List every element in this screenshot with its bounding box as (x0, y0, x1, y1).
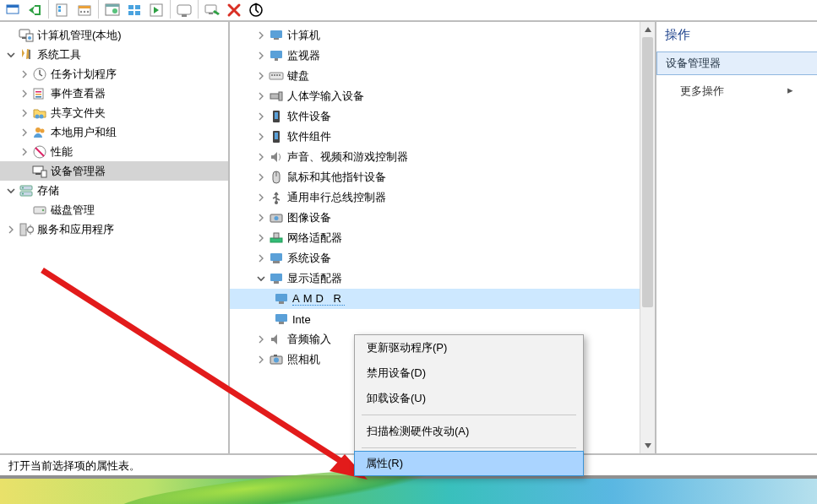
network-icon (269, 230, 284, 246)
svg-rect-67 (270, 238, 282, 242)
toolbar-separator (98, 0, 99, 19)
chevron-down-icon[interactable] (5, 49, 17, 61)
sidebar-localusers[interactable]: 本地用户和组 (0, 122, 228, 142)
sidebar-root[interactable]: 计算机管理(本地) (0, 25, 228, 45)
toolbar-btn-4[interactable] (74, 0, 95, 20)
device-category-sound[interactable]: 声音、视频和游戏控制器 (230, 147, 640, 167)
chevron-right-icon[interactable] (255, 151, 267, 163)
device-category-system[interactable]: 系统设备 (230, 248, 640, 268)
ctx-update-driver[interactable]: 更新驱动程序(P) (355, 335, 583, 360)
sidebar-systools[interactable]: 系统工具 (0, 45, 228, 64)
sidebar-device-manager[interactable]: 设备管理器 (0, 161, 228, 181)
chevron-right-icon[interactable] (255, 70, 267, 82)
svg-rect-79 (274, 355, 277, 356)
chevron-right-icon[interactable] (255, 212, 267, 224)
svg-point-46 (28, 226, 34, 232)
device-item-intel-gpu[interactable]: Inte (230, 309, 640, 329)
svg-rect-71 (270, 274, 282, 281)
svg-rect-57 (279, 92, 282, 100)
svg-rect-2 (58, 6, 61, 8)
device-category-network[interactable]: 网络适配器 (230, 228, 640, 248)
sidebar-task-scheduler[interactable]: 任务计划程序 (0, 64, 228, 84)
chevron-right-icon[interactable] (255, 192, 267, 203)
chevron-right-icon[interactable] (19, 107, 30, 119)
svg-point-42 (22, 192, 24, 194)
svg-rect-11 (128, 5, 133, 9)
mouse-icon (269, 170, 284, 185)
svg-rect-45 (20, 224, 26, 236)
chevron-right-icon[interactable] (19, 146, 30, 158)
toolbar-btn-6[interactable] (124, 0, 144, 20)
blank (5, 30, 17, 41)
chevron-right-icon[interactable] (19, 68, 30, 80)
device-category-display[interactable]: 显示适配器 (230, 268, 640, 289)
device-category-computer[interactable]: 计算机 (230, 25, 640, 46)
device-category-monitors[interactable]: 监视器 (230, 46, 640, 66)
scroll-up-button[interactable] (640, 22, 655, 37)
toolbar-btn-10[interactable] (224, 0, 244, 20)
sidebar-tree: 计算机管理(本地) 系统工具 任务计划程序 事件查看器 共享文件夹 本地用户和组 (0, 22, 230, 453)
ctx-label: 更新驱动程序(P) (367, 340, 447, 355)
toolbar-btn-5[interactable] (102, 0, 123, 20)
monitor-icon (269, 48, 284, 63)
chevron-down-icon[interactable] (255, 273, 267, 285)
toolbar-btn-11[interactable] (246, 0, 266, 20)
toolbar-btn-8[interactable] (174, 0, 194, 20)
users-icon (32, 125, 47, 140)
device-label: 声音、视频和游戏控制器 (287, 149, 408, 165)
device-category-hid[interactable]: 人体学输入设备 (230, 86, 640, 106)
chevron-right-icon[interactable] (19, 127, 30, 138)
sidebar-storage[interactable]: 存储 (0, 181, 228, 200)
sidebar-event-viewer[interactable]: 事件查看器 (0, 84, 228, 103)
sidebar-performance[interactable]: 性能 (0, 142, 228, 161)
chevron-right-icon[interactable] (255, 354, 267, 366)
ctx-uninstall-device[interactable]: 卸载设备(U) (355, 386, 583, 411)
actions-more[interactable]: 更多操作 ▸ (656, 75, 817, 107)
scroll-down-button[interactable] (640, 438, 655, 453)
desktop-wallpaper (0, 479, 817, 504)
toolbar-separator (170, 0, 171, 19)
toolbar-btn-3[interactable] (52, 0, 73, 20)
chevron-right-icon[interactable] (255, 50, 267, 62)
chevron-right-icon[interactable] (255, 333, 267, 345)
toolbar-btn-9[interactable] (202, 0, 222, 20)
device-category-usb[interactable]: 通用串行总线控制器 (230, 187, 640, 208)
svg-rect-38 (41, 171, 46, 177)
disk-icon (32, 203, 47, 218)
svg-rect-47 (270, 30, 282, 38)
device-category-swcomp[interactable]: 软件组件 (230, 127, 640, 147)
device-category-keyboards[interactable]: 键盘 (230, 66, 640, 86)
toolbar-btn-1[interactable] (3, 0, 23, 20)
chevron-right-icon[interactable] (255, 131, 267, 143)
svg-rect-19 (209, 13, 213, 14)
sidebar-shared[interactable]: 共享文件夹 (0, 103, 228, 122)
chevron-right-icon[interactable] (255, 252, 267, 264)
scrollbar-thumb[interactable] (642, 37, 653, 307)
toolbar-btn-2[interactable] (25, 0, 45, 20)
chevron-right-icon[interactable] (255, 171, 267, 183)
svg-rect-1 (57, 4, 67, 16)
scrollbar-vertical[interactable] (640, 22, 655, 453)
chevron-right-icon[interactable] (19, 88, 30, 100)
chevron-right-icon[interactable] (255, 111, 267, 122)
toolbar-btn-7[interactable] (146, 0, 166, 20)
sidebar-diskmgmt[interactable]: 磁盘管理 (0, 200, 228, 219)
sidebar-services[interactable]: 服务和应用程序 (0, 219, 228, 239)
device-label: 照相机 (287, 352, 320, 367)
device-category-mice[interactable]: 鼠标和其他指针设备 (230, 167, 640, 187)
chevron-down-icon[interactable] (5, 185, 17, 197)
ctx-properties[interactable]: 属性(R) (354, 451, 584, 476)
ctx-disable-device[interactable]: 禁用设备(D) (355, 360, 583, 386)
chevron-right-icon[interactable] (255, 232, 267, 244)
hid-icon (269, 89, 284, 104)
device-category-imaging[interactable]: 图像设备 (230, 208, 640, 228)
chevron-right-icon[interactable] (255, 90, 267, 102)
chevron-right-icon[interactable] (5, 224, 17, 236)
device-category-software[interactable]: 软件设备 (230, 106, 640, 127)
device-label: 系统设备 (287, 251, 331, 266)
chevron-right-icon[interactable] (255, 30, 267, 41)
chevron-right-icon: ▸ (787, 84, 793, 96)
audio-in-icon (269, 332, 284, 347)
device-item-amd-gpu[interactable]: AMD R (230, 289, 640, 309)
ctx-scan-hardware[interactable]: 扫描检测硬件改动(A) (355, 419, 583, 444)
